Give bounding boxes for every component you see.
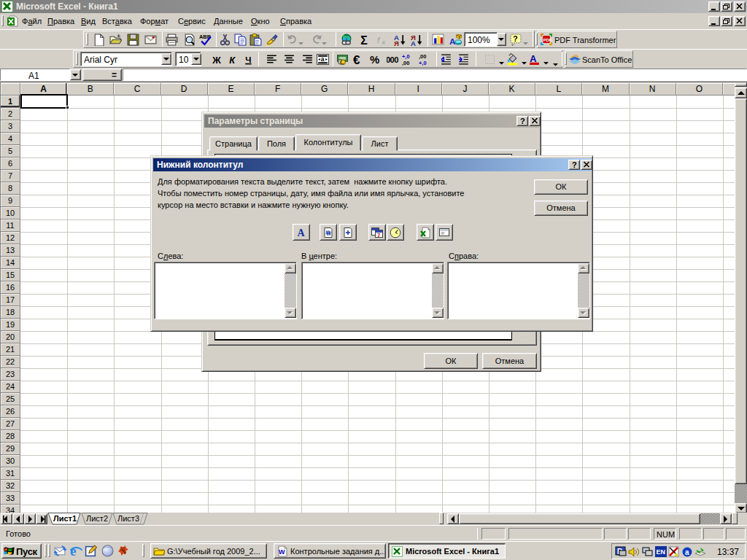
svg-text:К: К	[229, 55, 236, 66]
svg-text:%: %	[370, 54, 379, 66]
svg-text:А: А	[449, 36, 456, 46]
svg-text:А: А	[530, 53, 536, 64]
svg-text:Я: Я	[394, 39, 399, 46]
svg-text:?: ?	[513, 34, 517, 43]
svg-text:x: x	[381, 38, 386, 46]
svg-text:?: ?	[572, 160, 577, 169]
svg-text:€: €	[353, 53, 360, 66]
svg-text:А: А	[411, 39, 416, 46]
svg-text:e: e	[70, 545, 76, 557]
svg-text:7: 7	[377, 232, 381, 238]
svg-text:,00: ,00	[402, 60, 409, 66]
svg-text:A: A	[298, 228, 306, 238]
svg-text:EN: EN	[657, 548, 666, 556]
svg-text:Ч: Ч	[245, 55, 251, 64]
svg-text:PDF: PDF	[543, 38, 552, 42]
svg-text:000: 000	[387, 55, 398, 64]
svg-text:+,0: +,0	[419, 60, 427, 66]
svg-text:W: W	[279, 548, 285, 556]
svg-text:a: a	[685, 548, 689, 556]
svg-text:?: ?	[520, 117, 525, 125]
svg-text:f: f	[377, 35, 381, 44]
svg-text:Σ: Σ	[360, 34, 368, 46]
svg-text:Ж: Ж	[212, 55, 221, 66]
svg-text:a: a	[321, 55, 325, 63]
